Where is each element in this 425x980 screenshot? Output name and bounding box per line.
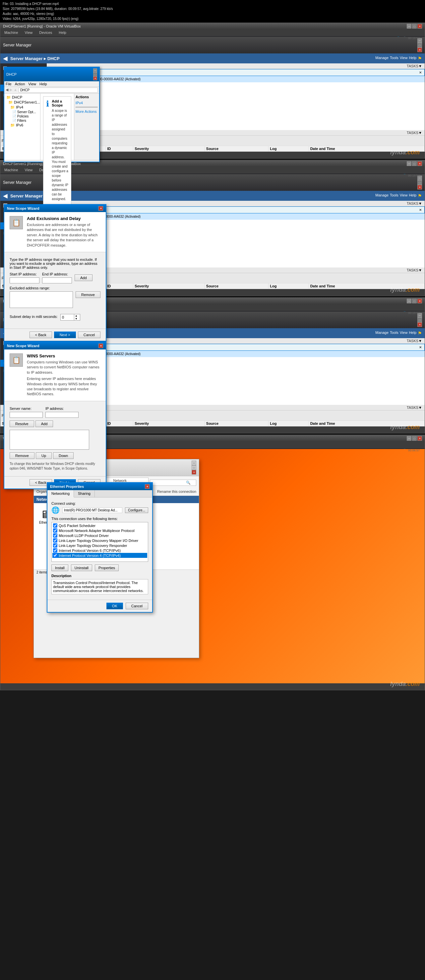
vbox-minimize-1[interactable]: ─: [407, 24, 411, 29]
delay-up-2[interactable]: ▲: [74, 314, 78, 317]
sm-maximize-1[interactable]: □: [417, 43, 422, 48]
sm-manage-btn-1[interactable]: Manage: [375, 56, 389, 61]
events-tasks-dropdown-1[interactable]: ▼: [419, 131, 422, 135]
alert-close-1[interactable]: ✕: [419, 71, 422, 74]
sm-help-btn-1[interactable]: Help: [409, 56, 416, 61]
next-btn-2[interactable]: Next >: [54, 331, 76, 338]
down-btn-3[interactable]: Down: [53, 452, 74, 459]
net-max-4[interactable]: □: [192, 465, 196, 470]
eth-components-list-4[interactable]: QoS Packet Scheduler Microsoft Network A…: [51, 522, 148, 562]
vbox-close-1[interactable]: ✕: [417, 24, 422, 29]
start-ip-input-2[interactable]: [10, 277, 40, 283]
comp-qos-4[interactable]: QoS Packet Scheduler: [52, 523, 147, 528]
vbox-menu-machine-1[interactable]: Machine: [3, 30, 19, 35]
up-btn-3[interactable]: Up: [36, 452, 52, 459]
wizard-close-2[interactable]: ✕: [98, 206, 103, 211]
vbox-close-3[interactable]: ✕: [417, 299, 422, 303]
comp-ipv6-4[interactable]: Internet Protocol Version 6 (TCP/IPv6): [52, 548, 147, 553]
net-close-4[interactable]: ✕: [192, 470, 196, 474]
tree-serveropts-1[interactable]: 📄 Server Opt...: [6, 110, 39, 114]
sm-manage-2[interactable]: Manage: [375, 193, 389, 199]
resolve-btn-3[interactable]: Resolve: [10, 420, 34, 427]
dhcp-min-1[interactable]: ─: [93, 68, 97, 72]
eth-tab-networking-4[interactable]: Networking: [48, 490, 74, 498]
delay-input-2[interactable]: [61, 315, 74, 320]
tree-ipv6-1[interactable]: 📁 IPv6: [6, 123, 39, 128]
dhcp-menu-action-1[interactable]: Action: [15, 82, 25, 86]
vbox-close-4[interactable]: ✕: [417, 436, 422, 441]
dhcp-menu-file-1[interactable]: File: [6, 82, 12, 86]
comp-lldp-cb-4[interactable]: [53, 533, 57, 538]
sm-view-3[interactable]: View: [400, 331, 408, 336]
add-btn-3[interactable]: Add: [35, 420, 53, 427]
sm-view-2[interactable]: View: [400, 193, 408, 199]
tree-policies-1[interactable]: 📄 Policies: [6, 114, 39, 118]
sm-help-3[interactable]: Help: [409, 331, 416, 336]
comp-lldp-4[interactable]: Microsoft LLDP Protocol Driver: [52, 533, 147, 538]
alert-close-2[interactable]: ✕: [419, 208, 422, 212]
comp-lltd-io-cb-4[interactable]: [53, 538, 57, 542]
comp-qos-cb-4[interactable]: [53, 523, 57, 528]
dhcp-max-1[interactable]: □: [93, 72, 97, 76]
action-ipv4-1[interactable]: IPv4: [76, 100, 98, 105]
ok-btn-4[interactable]: OK: [106, 603, 123, 609]
comp-mux-cb-4[interactable]: [53, 528, 57, 533]
comp-ipv4-4[interactable]: Internet Protocol Version 4 (TCP/IPv4): [52, 553, 147, 558]
sm-close-1[interactable]: ✕: [417, 48, 422, 52]
vbox-menu-machine-2[interactable]: Machine: [3, 168, 19, 172]
end-ip-input-2[interactable]: [42, 277, 72, 283]
comp-lltd-io-4[interactable]: Link-Layer Topology Discovery Mapper I/O…: [52, 538, 147, 543]
search-input-4[interactable]: [153, 480, 186, 485]
dhcp-menu-view-1[interactable]: View: [28, 82, 36, 86]
net-min-4[interactable]: ─: [192, 461, 196, 465]
sm-tools-3[interactable]: Tools: [390, 331, 398, 336]
ip-addr-input-3[interactable]: [45, 412, 79, 418]
dhcp-up-btn-1[interactable]: ▲: [14, 88, 17, 92]
search-box-4[interactable]: 🔍: [150, 480, 196, 486]
vbox-max-3[interactable]: □: [412, 299, 417, 303]
remove-btn-3[interactable]: Remove: [10, 452, 35, 459]
wins-servers-list-3[interactable]: [10, 430, 89, 450]
sm-close-2[interactable]: ✕: [417, 185, 422, 189]
excluded-list-2[interactable]: [10, 291, 73, 308]
sm-tools-2[interactable]: Tools: [390, 193, 398, 199]
cancel-btn-4[interactable]: Cancel: [126, 603, 148, 609]
vbox-minimize-2[interactable]: ─: [407, 161, 411, 166]
vbox-min-4[interactable]: ─: [407, 436, 411, 441]
sm-back-2[interactable]: ◀: [3, 192, 8, 199]
cancel-btn-2[interactable]: Cancel: [78, 331, 100, 338]
comp-ipv4-cb-4[interactable]: [53, 553, 57, 558]
sm-view-btn-1[interactable]: View: [400, 56, 408, 61]
dhcp-menu-help-1[interactable]: Help: [40, 82, 47, 86]
sm-help-2[interactable]: Help: [409, 193, 416, 199]
vbox-menu-devices-1[interactable]: Devices: [38, 30, 53, 35]
alert-close-3[interactable]: ✕: [419, 345, 422, 349]
comp-ipv6-cb-4[interactable]: [53, 548, 57, 552]
tree-filters-1[interactable]: 📄 Filters: [6, 118, 39, 123]
delay-down-2[interactable]: ▼: [74, 317, 78, 320]
rename-btn-4[interactable]: Rename this connection: [157, 490, 196, 493]
comp-lltd-resp-cb-4[interactable]: [53, 543, 57, 547]
sm-back-btn-1[interactable]: ◀: [3, 55, 8, 62]
tasks-dropdown-icon-1[interactable]: ▼: [419, 64, 422, 68]
vbox-maximize-2[interactable]: □: [412, 161, 417, 166]
vbox-maximize-1[interactable]: □: [412, 24, 417, 29]
vbox-max-4[interactable]: □: [412, 436, 417, 441]
wizard-close-3[interactable]: ✕: [98, 344, 103, 348]
comp-mux-4[interactable]: Microsoft Network Adapter Multiplexor Pr…: [52, 528, 147, 533]
configure-btn-4[interactable]: Configure...: [125, 508, 148, 513]
properties-btn-4[interactable]: Properties: [95, 565, 119, 571]
back-btn-2[interactable]: < Back: [30, 331, 52, 338]
vbox-menu-view-1[interactable]: View: [24, 30, 34, 35]
tree-dhcp-1[interactable]: 📁 DHCP: [6, 95, 39, 100]
sm-max-3[interactable]: □: [417, 318, 422, 322]
dhcp-forward-btn-1[interactable]: ▶: [10, 88, 12, 92]
sm-manage-3[interactable]: Manage: [375, 331, 389, 336]
vbox-min-3[interactable]: ─: [407, 299, 411, 303]
sm-max-2[interactable]: □: [417, 180, 422, 185]
dhcp-close-1[interactable]: ✕: [93, 76, 97, 80]
remove-btn-2[interactable]: Remove: [76, 291, 100, 298]
tree-ipv4-1[interactable]: 📁 IPv4: [6, 105, 39, 110]
vbox-menu-view-2[interactable]: View: [24, 168, 34, 172]
install-btn-4[interactable]: Install: [51, 565, 68, 571]
